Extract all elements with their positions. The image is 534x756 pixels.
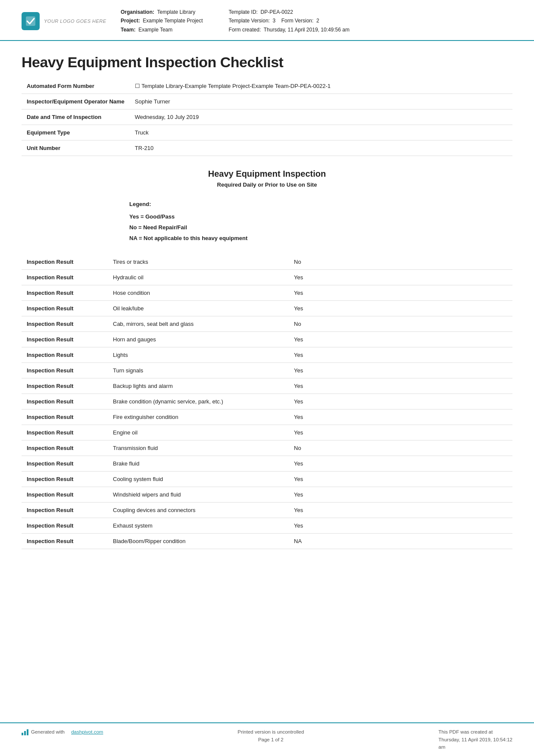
inspection-item: Oil leak/lube <box>108 301 289 316</box>
inspection-item: Cab, mirrors, seat belt and glass <box>108 316 289 332</box>
template-version-label: Template Version: <box>229 18 270 24</box>
info-value: ☐ Template Library-Example Template Proj… <box>130 78 512 94</box>
info-row: Equipment Type Truck <box>22 125 512 141</box>
inspection-row: Inspection Result Horn and gauges Yes <box>22 332 512 347</box>
inspection-row: Inspection Result Tires or tracks No <box>22 254 512 270</box>
section-subtitle: Required Daily or Prior to Use on Site <box>22 181 512 188</box>
footer-generated-text: Generated with <box>31 729 65 734</box>
inspection-item: Brake fluid <box>108 456 289 472</box>
inspection-item: Lights <box>108 347 289 363</box>
inspection-label: Inspection Result <box>22 518 108 534</box>
inspection-row: Inspection Result Exhaust system Yes <box>22 518 512 534</box>
info-label: Automated Form Number <box>22 78 130 94</box>
header-meta: Organisation: Template Library Project: … <box>108 8 512 34</box>
info-row: Inspector/Equipment Operator Name Sophie… <box>22 94 512 109</box>
org-label: Organisation: <box>121 9 154 15</box>
bar-chart-icon <box>22 728 28 735</box>
inspection-item: Brake condition (dynamic service, park, … <box>108 394 289 409</box>
team-label: Team: <box>121 27 135 33</box>
inspection-result: Yes <box>289 270 512 285</box>
section-title: Heavy Equipment Inspection <box>22 169 512 179</box>
inspection-result: Yes <box>289 409 512 425</box>
info-label: Unit Number <box>22 141 130 156</box>
inspection-result: Yes <box>289 518 512 534</box>
info-label: Inspector/Equipment Operator Name <box>22 94 130 109</box>
footer-page: Page 1 of 2 <box>237 736 304 744</box>
logo-icon <box>22 12 40 30</box>
doc-title: Heavy Equipment Inspection Checklist <box>22 54 512 71</box>
logo-text: YOUR LOGO GOES HERE <box>44 19 106 24</box>
inspection-item: Fire extinguisher condition <box>108 409 289 425</box>
inspection-item: Horn and gauges <box>108 332 289 347</box>
inspection-result: No <box>289 254 512 270</box>
inspection-result: Yes <box>289 285 512 301</box>
info-row: Unit Number TR-210 <box>22 141 512 156</box>
info-table: Automated Form Number ☐ Template Library… <box>22 78 512 156</box>
template-id-label: Template ID: <box>229 9 258 15</box>
legend-item: Yes = Good/Pass <box>129 213 512 220</box>
inspection-row: Inspection Result Lights Yes <box>22 347 512 363</box>
info-label: Equipment Type <box>22 125 130 141</box>
info-label: Date and Time of Inspection <box>22 109 130 125</box>
inspection-row: Inspection Result Blade/Boom/Ripper cond… <box>22 534 512 549</box>
logo-box: YOUR LOGO GOES HERE <box>22 12 108 30</box>
org-value: Template Library <box>157 9 195 15</box>
inspection-label: Inspection Result <box>22 456 108 472</box>
inspection-row: Inspection Result Cab, mirrors, seat bel… <box>22 316 512 332</box>
inspection-item: Tires or tracks <box>108 254 289 270</box>
inspection-item: Turn signals <box>108 363 289 378</box>
info-value: Truck <box>130 125 512 141</box>
inspection-item: Hose condition <box>108 285 289 301</box>
inspection-result: Yes <box>289 503 512 518</box>
inspection-result: Yes <box>289 425 512 440</box>
inspection-item: Cooling system fluid <box>108 472 289 487</box>
inspection-result: No <box>289 316 512 332</box>
footer-pdf-label: This PDF was created at <box>438 728 512 736</box>
inspection-item: Engine oil <box>108 425 289 440</box>
inspection-row: Inspection Result Backup lights and alar… <box>22 378 512 394</box>
org-line: Organisation: Template Library <box>121 8 203 16</box>
footer-center: Printed version is uncontrolled Page 1 o… <box>237 728 304 744</box>
inspection-item: Windshield wipers and fluid <box>108 487 289 503</box>
info-row: Date and Time of Inspection Wednesday, 1… <box>22 109 512 125</box>
inspection-row: Inspection Result Windshield wipers and … <box>22 487 512 503</box>
inspection-result: Yes <box>289 487 512 503</box>
info-value: Sophie Turner <box>130 94 512 109</box>
inspection-item: Backup lights and alarm <box>108 378 289 394</box>
footer-right: This PDF was created at Thursday, 11 Apr… <box>438 728 512 751</box>
inspection-label: Inspection Result <box>22 425 108 440</box>
team-value: Example Team <box>138 27 172 33</box>
inspection-result: Yes <box>289 347 512 363</box>
main-content: Heavy Equipment Inspection Checklist Aut… <box>0 41 534 722</box>
version-line: Template Version: 3 Form Version: 2 <box>229 16 350 25</box>
inspection-result: Yes <box>289 301 512 316</box>
legend-item: No = Need Repair/Fail <box>129 224 512 231</box>
inspection-label: Inspection Result <box>22 440 108 456</box>
inspection-label: Inspection Result <box>22 378 108 394</box>
inspection-label: Inspection Result <box>22 472 108 487</box>
inspection-row: Inspection Result Turn signals Yes <box>22 363 512 378</box>
info-value: TR-210 <box>130 141 512 156</box>
inspection-label: Inspection Result <box>22 301 108 316</box>
inspection-row: Inspection Result Transmission fluid No <box>22 440 512 456</box>
template-id-line: Template ID: DP-PEA-0022 <box>229 8 350 16</box>
inspection-label: Inspection Result <box>22 409 108 425</box>
team-line: Team: Example Team <box>121 25 203 34</box>
inspection-result: Yes <box>289 332 512 347</box>
inspection-result: Yes <box>289 363 512 378</box>
inspection-row: Inspection Result Coupling devices and c… <box>22 503 512 518</box>
inspection-label: Inspection Result <box>22 347 108 363</box>
form-version-value: 2 <box>316 18 319 24</box>
header: YOUR LOGO GOES HERE Organisation: Templa… <box>0 0 534 41</box>
info-row: Automated Form Number ☐ Template Library… <box>22 78 512 94</box>
inspection-item: Hydraulic oil <box>108 270 289 285</box>
inspection-label: Inspection Result <box>22 270 108 285</box>
inspection-label: Inspection Result <box>22 503 108 518</box>
footer-link[interactable]: dashpivot.com <box>71 729 103 734</box>
form-version-label: Form Version: <box>281 18 314 24</box>
project-line: Project: Example Template Project <box>121 16 203 25</box>
header-meta-right: Template ID: DP-PEA-0022 Template Versio… <box>229 8 350 34</box>
section-header: Heavy Equipment Inspection Required Dail… <box>22 169 512 188</box>
inspection-label: Inspection Result <box>22 487 108 503</box>
header-meta-left: Organisation: Template Library Project: … <box>121 8 203 34</box>
